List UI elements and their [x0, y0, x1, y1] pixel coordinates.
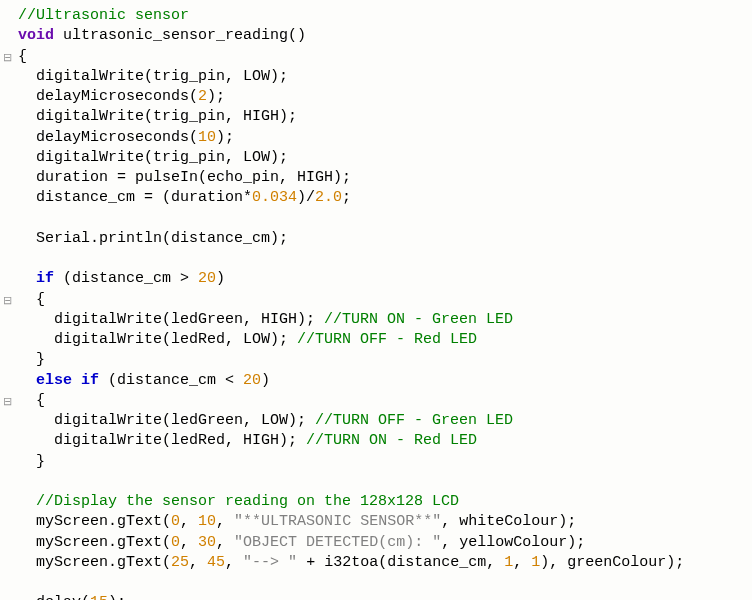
- code-token: "OBJECT DETECTED(cm): ": [234, 534, 441, 551]
- fold-mark[interactable]: [0, 310, 14, 330]
- code-token: //TURN OFF - Green LED: [315, 412, 513, 429]
- fold-mark[interactable]: [0, 452, 14, 472]
- fold-mark[interactable]: [0, 148, 14, 168]
- code-token: 2.0: [315, 189, 342, 206]
- code-line: digitalWrite(ledGreen, LOW); //TURN OFF …: [18, 411, 684, 431]
- fold-mark[interactable]: [0, 107, 14, 127]
- fold-mark[interactable]: [0, 188, 14, 208]
- fold-mark[interactable]: ⊟: [0, 47, 14, 67]
- code-token: );: [108, 594, 126, 600]
- fold-mark[interactable]: [0, 411, 14, 431]
- code-line: digitalWrite(trig_pin, LOW);: [18, 67, 684, 87]
- code-token: 15: [90, 594, 108, 600]
- fold-mark[interactable]: [0, 26, 14, 46]
- code-token: );: [216, 129, 234, 146]
- fold-mark[interactable]: [0, 512, 14, 532]
- code-token: ,: [189, 554, 207, 571]
- code-token: digitalWrite(trig_pin, LOW);: [36, 149, 288, 166]
- code-token: ;: [342, 189, 351, 206]
- code-line: delay(15);: [18, 593, 684, 600]
- code-token: digitalWrite(ledGreen, HIGH);: [54, 311, 324, 328]
- fold-mark[interactable]: [0, 229, 14, 249]
- code-token: 20: [243, 372, 261, 389]
- code-line: digitalWrite(trig_pin, HIGH);: [18, 107, 684, 127]
- code-line: myScreen.gText(0, 10, "**ULTRASONIC SENS…: [18, 512, 684, 532]
- code-token: 10: [198, 129, 216, 146]
- code-editor: ⊟⊟⊟ //Ultrasonic sensorvoid ultrasonic_s…: [0, 0, 752, 600]
- code-line: [18, 573, 684, 593]
- code-token: else if: [36, 372, 99, 389]
- code-line: [18, 209, 684, 229]
- fold-mark[interactable]: [0, 128, 14, 148]
- code-token: (distance_cm >: [54, 270, 198, 287]
- code-token: }: [36, 453, 45, 470]
- code-line: {: [18, 391, 684, 411]
- code-token: [18, 574, 27, 591]
- fold-mark[interactable]: [0, 87, 14, 107]
- code-line: delayMicroseconds(2);: [18, 87, 684, 107]
- fold-mark[interactable]: [0, 269, 14, 289]
- code-token: 1: [531, 554, 540, 571]
- code-token: digitalWrite(ledGreen, LOW);: [54, 412, 315, 429]
- code-token: //TURN OFF - Red LED: [297, 331, 477, 348]
- fold-mark[interactable]: [0, 533, 14, 553]
- code-line: //Display the sensor reading on the 128x…: [18, 492, 684, 512]
- fold-mark[interactable]: [0, 168, 14, 188]
- fold-mark[interactable]: [0, 330, 14, 350]
- fold-mark[interactable]: [0, 472, 14, 492]
- code-line: digitalWrite(ledGreen, HIGH); //TURN ON …: [18, 310, 684, 330]
- code-token: 1: [504, 554, 513, 571]
- code-line: void ultrasonic_sensor_reading(): [18, 26, 684, 46]
- code-line: duration = pulseIn(echo_pin, HIGH);: [18, 168, 684, 188]
- code-token: ,: [216, 534, 234, 551]
- code-token: ,: [225, 554, 243, 571]
- code-token: ,: [216, 513, 234, 530]
- code-line: else if (distance_cm < 20): [18, 371, 684, 391]
- code-line: {: [18, 47, 684, 67]
- fold-mark[interactable]: [0, 249, 14, 269]
- fold-gutter: ⊟⊟⊟: [0, 6, 14, 600]
- fold-mark[interactable]: ⊟: [0, 391, 14, 411]
- fold-mark[interactable]: ⊟: [0, 290, 14, 310]
- code-token: digitalWrite(ledRed, LOW);: [54, 331, 297, 348]
- code-token: 25: [171, 554, 189, 571]
- code-token: void: [18, 27, 54, 44]
- code-token: [18, 210, 27, 227]
- code-token: Serial.println(distance_cm);: [36, 230, 288, 247]
- fold-mark[interactable]: [0, 573, 14, 593]
- fold-mark[interactable]: [0, 431, 14, 451]
- fold-mark[interactable]: [0, 492, 14, 512]
- code-line: }: [18, 350, 684, 370]
- fold-mark[interactable]: [0, 6, 14, 26]
- code-token: ,: [180, 513, 198, 530]
- fold-mark[interactable]: [0, 67, 14, 87]
- code-token: }: [36, 351, 45, 368]
- fold-mark[interactable]: [0, 371, 14, 391]
- fold-mark[interactable]: [0, 350, 14, 370]
- fold-mark[interactable]: [0, 553, 14, 573]
- code-token: );: [207, 88, 225, 105]
- code-line: Serial.println(distance_cm);: [18, 229, 684, 249]
- code-token: //Display the sensor reading on the 128x…: [36, 493, 459, 510]
- code-token: 0.034: [252, 189, 297, 206]
- code-token: , yellowColour);: [441, 534, 585, 551]
- code-token: ,: [180, 534, 198, 551]
- code-token: //TURN ON - Green LED: [324, 311, 513, 328]
- code-token: {: [18, 48, 27, 65]
- code-token: ultrasonic_sensor_reading(): [54, 27, 306, 44]
- fold-mark[interactable]: [0, 593, 14, 600]
- code-token: {: [36, 291, 45, 308]
- code-token: 0: [171, 534, 180, 551]
- code-token: ,: [513, 554, 531, 571]
- code-token: //TURN ON - Red LED: [306, 432, 477, 449]
- fold-mark[interactable]: [0, 209, 14, 229]
- code-token: duration = pulseIn(echo_pin, HIGH);: [36, 169, 351, 186]
- code-token: distance_cm = (duration*: [36, 189, 252, 206]
- code-line: [18, 472, 684, 492]
- code-token: ), greenColour);: [540, 554, 684, 571]
- code-token: [18, 473, 27, 490]
- code-token: delayMicroseconds(: [36, 129, 198, 146]
- code-area: //Ultrasonic sensorvoid ultrasonic_senso…: [14, 6, 684, 600]
- code-token: 20: [198, 270, 216, 287]
- code-line: distance_cm = (duration*0.034)/2.0;: [18, 188, 684, 208]
